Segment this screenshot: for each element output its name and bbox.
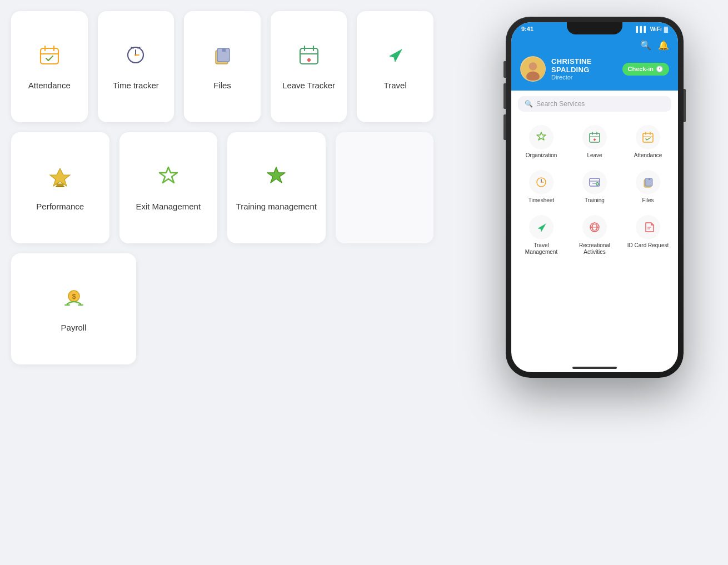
card-travel[interactable]: Travel: [357, 11, 433, 122]
grid-row-3: $ Payroll: [11, 253, 433, 364]
training-management-icon: [264, 164, 288, 192]
search-icon-inner: 🔍: [525, 100, 533, 108]
svg-rect-19: [56, 186, 64, 187]
svg-rect-33: [643, 133, 653, 142]
phone-screen: 9:41 ▌▌▌ WiFi ▓ 🔍 🔔: [511, 22, 678, 372]
card-time-tracker[interactable]: Time tracker: [98, 11, 174, 122]
organization-icon-wrap: [529, 125, 554, 149]
search-container: 🔍 Search Services: [511, 91, 678, 115]
organization-label: Organization: [526, 152, 557, 159]
feature-grid: Attendance Time tracker: [11, 11, 433, 374]
svg-text:$: $: [72, 293, 76, 301]
files-service-label: Files: [642, 197, 654, 204]
travel-management-label: Travel Management: [518, 242, 565, 256]
service-attendance[interactable]: Attendance: [622, 121, 674, 163]
card-performance[interactable]: Performance: [11, 132, 109, 243]
header-actions: 🔍 🔔: [520, 40, 669, 51]
grid-row-1: Attendance Time tracker: [11, 11, 433, 122]
svg-point-26: [526, 72, 540, 82]
services-grid: Organization Leave: [511, 115, 678, 266]
signal-icon: ▌▌▌: [636, 26, 647, 32]
service-files[interactable]: Files: [622, 166, 674, 208]
clock-icon: 🕐: [656, 66, 664, 73]
service-organization[interactable]: Organization: [516, 121, 567, 163]
time-tracker-icon: [123, 43, 148, 71]
wifi-icon: WiFi: [650, 26, 662, 32]
performance-icon: [48, 164, 72, 192]
leave-tracker-icon: [297, 43, 321, 71]
profile-row: CHRISTINE SPALDING Director Check-in 🕐: [520, 56, 669, 82]
profile-title: Director: [551, 74, 617, 81]
search-icon[interactable]: 🔍: [640, 40, 651, 51]
status-time: 9:41: [521, 26, 533, 32]
training-label: Training: [585, 197, 605, 204]
service-travel-management[interactable]: Travel Management: [516, 211, 567, 260]
svg-rect-0: [41, 48, 58, 64]
service-leave[interactable]: Leave: [569, 121, 620, 163]
service-id-card-request[interactable]: ID Card Request: [622, 211, 674, 260]
phone-mockup: 9:41 ▌▌▌ WiFi ▓ 🔍 🔔: [478, 6, 711, 489]
search-bar[interactable]: 🔍 Search Services: [518, 96, 671, 112]
attendance-service-label: Attendance: [634, 152, 662, 159]
recreational-activities-label: Recreational Activities: [571, 242, 618, 256]
card-training-management[interactable]: Training management: [227, 132, 326, 243]
svg-rect-18: [57, 184, 63, 186]
travel-icon: [383, 43, 407, 71]
phone-vol-up-btn: [503, 83, 506, 109]
timesheet-label: Timesheet: [528, 197, 554, 204]
svg-point-25: [529, 62, 537, 71]
profile-name: CHRISTINE SPALDING: [551, 57, 617, 74]
leave-label: Leave: [587, 152, 602, 159]
training-management-label: Training management: [236, 201, 317, 212]
phone-silent-btn: [503, 61, 506, 78]
card-exit-management[interactable]: Exit Management: [119, 132, 218, 243]
battery-icon: ▓: [664, 26, 668, 32]
service-training[interactable]: Training: [569, 166, 620, 208]
phone-notch: [567, 22, 622, 34]
performance-label: Performance: [36, 201, 84, 212]
files-icon: [210, 43, 235, 71]
id-card-icon-wrap: [636, 215, 660, 239]
leave-icon-wrap: [582, 125, 607, 149]
phone-power-btn: [684, 89, 686, 122]
card-attendance[interactable]: Attendance: [11, 11, 88, 122]
card-leave-tracker[interactable]: Leave Tracker: [271, 11, 347, 122]
phone-vol-down-btn: [503, 114, 506, 140]
id-card-request-label: ID Card Request: [627, 242, 669, 249]
payroll-label: Payroll: [61, 322, 87, 333]
checkin-label: Check-in: [628, 66, 654, 72]
card-payroll[interactable]: $ Payroll: [11, 253, 136, 364]
payroll-icon: $: [62, 285, 86, 313]
exit-management-icon: [156, 164, 181, 192]
time-tracker-label: Time tracker: [113, 80, 159, 91]
grid-row-2: Performance Exit Management Training man…: [11, 132, 433, 243]
attendance-service-icon-wrap: [636, 125, 660, 149]
files-service-icon-wrap: [636, 170, 660, 194]
timesheet-icon-wrap: [529, 170, 554, 194]
service-timesheet[interactable]: Timesheet: [516, 166, 567, 208]
exit-management-label: Exit Management: [136, 201, 201, 212]
home-indicator: [572, 367, 617, 369]
leave-tracker-label: Leave Tracker: [282, 80, 335, 91]
search-placeholder: Search Services: [536, 100, 585, 108]
training-icon-wrap: [582, 170, 607, 194]
files-label: Files: [213, 80, 231, 91]
checkin-button[interactable]: Check-in 🕐: [622, 63, 669, 76]
service-recreational-activities[interactable]: Recreational Activities: [569, 211, 620, 260]
status-icons: ▌▌▌ WiFi ▓: [636, 26, 668, 32]
card-files[interactable]: Files: [184, 11, 261, 122]
card-blank: [336, 132, 434, 243]
travel-label: Travel: [384, 80, 407, 91]
bell-icon[interactable]: 🔔: [658, 40, 669, 51]
phone-outer: 9:41 ▌▌▌ WiFi ▓ 🔍 🔔: [506, 17, 684, 378]
phone-header: 🔍 🔔 CHRISTINE SPALDING Director: [511, 34, 678, 91]
travel-management-icon-wrap: [529, 215, 554, 239]
avatar: [520, 56, 546, 82]
attendance-label: Attendance: [28, 80, 71, 91]
profile-info: CHRISTINE SPALDING Director: [551, 57, 617, 81]
attendance-icon: [37, 43, 62, 71]
recreational-icon-wrap: [582, 215, 607, 239]
